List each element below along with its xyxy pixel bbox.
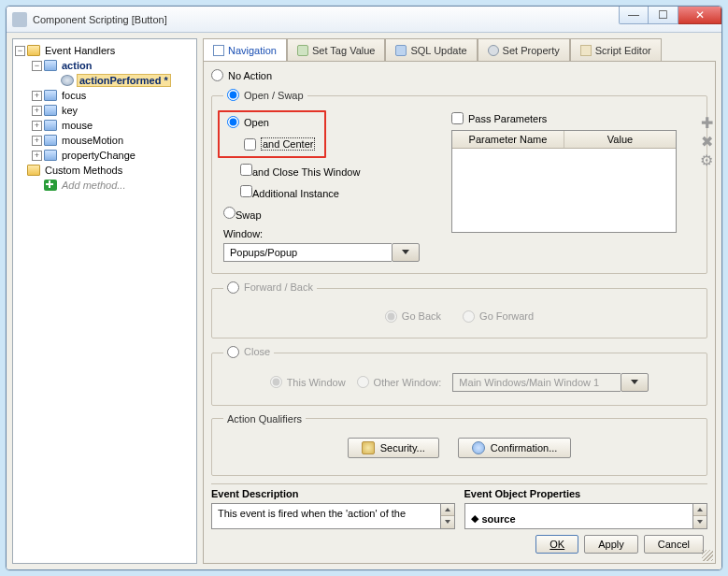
dropdown-button[interactable] (392, 243, 420, 262)
tree-mouse[interactable]: mouse (60, 120, 94, 131)
maximize-button[interactable]: ☐ (649, 6, 678, 24)
tab-set-tag[interactable]: Set Tag Value (287, 38, 385, 61)
check-pass-parameters[interactable]: Pass Parameters (451, 112, 547, 124)
event-tree[interactable]: −Event Handlers −action actionPerformed … (12, 38, 197, 564)
col-value[interactable]: Value (564, 131, 676, 148)
event-object-properties-list[interactable]: ◆ source (464, 503, 693, 529)
action-qualifiers-label: Action Qualifiers (227, 413, 302, 425)
navigation-icon (213, 45, 224, 56)
parameter-table[interactable]: Parameter Name Value (451, 130, 677, 233)
dialog-window: Component Scripting [Button] — ☐ ✕ −Even… (6, 6, 722, 570)
check-and-center[interactable]: and Center (244, 137, 315, 151)
tag-icon (297, 45, 308, 56)
group-forward-back: Forward / Back Go Back Go Forward (211, 281, 707, 338)
radio-other-window: Other Window: (357, 376, 442, 388)
resize-grip[interactable] (702, 550, 713, 561)
script-icon (580, 45, 592, 56)
window-title: Component Scripting [Button] (33, 14, 167, 25)
lock-icon (362, 441, 375, 454)
radio-this-window: This Window (270, 376, 346, 388)
chevron-down-icon (631, 380, 638, 384)
window-select[interactable]: Popups/Popup (223, 243, 420, 262)
tree-mousemotion[interactable]: mouseMotion (60, 135, 125, 146)
tab-set-property[interactable]: Set Property (478, 38, 570, 61)
event-description-label: Event Description (211, 488, 455, 499)
remove-param-icon[interactable]: ✖ (699, 135, 714, 150)
tab-navigation[interactable]: Navigation (203, 38, 287, 61)
radio-open-swap[interactable]: Open / Swap (227, 89, 304, 101)
group-action-qualifiers: Action Qualifiers Security... Confirmati… (211, 413, 707, 476)
confirmation-button[interactable]: Confirmation... (458, 438, 572, 458)
radio-close[interactable]: Close (227, 346, 270, 358)
tab-content: No Action Open / Swap Open and Center an… (203, 62, 716, 564)
cancel-button[interactable]: Cancel (644, 535, 704, 554)
tree-custom-methods[interactable]: Custom Methods (43, 165, 124, 176)
ok-button[interactable]: OK (535, 535, 578, 554)
window-label: Window: (223, 228, 438, 239)
lightning-icon (61, 75, 74, 86)
security-button[interactable]: Security... (348, 438, 439, 458)
check-additional-instance[interactable]: Additional Instance (240, 185, 438, 199)
plus-icon (44, 180, 57, 191)
tab-bar: Navigation Set Tag Value SQL Update Set … (203, 38, 716, 62)
check-and-close[interactable]: and Close This Window (240, 164, 438, 178)
event-description-scroll[interactable] (440, 503, 455, 529)
radio-forward-back[interactable]: Forward / Back (227, 281, 313, 294)
event-object-properties-label: Event Object Properties (464, 488, 708, 499)
app-icon (12, 12, 27, 27)
radio-go-back: Go Back (385, 310, 441, 323)
database-icon (395, 45, 407, 56)
group-open-swap: Open / Swap Open and Center and Close Th… (211, 89, 707, 274)
minimize-button[interactable]: — (619, 6, 649, 24)
event-description-text[interactable]: This event is fired when the 'action' of… (211, 503, 440, 529)
radio-go-forward: Go Forward (463, 310, 534, 323)
radio-swap[interactable]: Swap (223, 207, 438, 221)
apply-button[interactable]: Apply (584, 535, 638, 554)
radio-open[interactable]: Open (227, 116, 269, 128)
tree-propertychange[interactable]: propertyChange (60, 150, 137, 161)
group-close: Close This Window Other Window: Main Win… (211, 346, 707, 406)
confirmation-icon (472, 441, 485, 454)
other-window-select: Main Windows/Main Window 1 (452, 373, 649, 392)
tree-event-handlers[interactable]: Event Handlers (43, 45, 117, 56)
gear-icon (488, 45, 499, 56)
col-parameter-name[interactable]: Parameter Name (452, 131, 564, 148)
chevron-down-icon (402, 250, 409, 254)
add-param-icon[interactable]: ✚ (699, 116, 714, 131)
tree-action[interactable]: action (60, 60, 93, 71)
tree-actionperformed[interactable]: actionPerformed * (77, 74, 171, 87)
tree-focus[interactable]: focus (60, 90, 88, 101)
tree-add-method[interactable]: Add method... (60, 180, 128, 191)
radio-no-action[interactable]: No Action (211, 69, 272, 81)
tab-sql-update[interactable]: SQL Update (385, 38, 477, 61)
event-object-scroll[interactable] (692, 503, 707, 529)
link-param-icon[interactable]: ⚙ (699, 153, 714, 168)
close-button[interactable]: ✕ (678, 6, 721, 24)
titlebar[interactable]: Component Scripting [Button] — ☐ ✕ (7, 7, 721, 33)
tab-script-editor[interactable]: Script Editor (570, 38, 662, 61)
tree-key[interactable]: key (60, 105, 79, 116)
